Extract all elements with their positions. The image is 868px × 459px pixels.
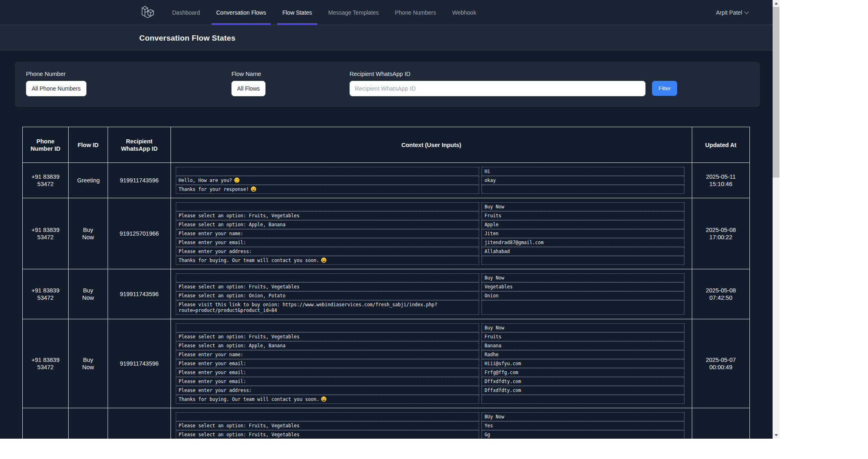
phone-number-id-cell [23,408,69,439]
page-title: Conversation Flow States [139,34,235,43]
recipient-whatsapp-id-cell [108,408,171,439]
bot-message-box: Please select an option: Apple, Banana [176,220,479,229]
grinning-face-icon [321,258,326,263]
recipient-whatsapp-id-input[interactable] [350,81,646,96]
grinning-face-icon [321,396,326,402]
filter-button[interactable]: Filter [652,81,677,96]
col-recipient-whatsapp-id: Recipient WhatsApp ID [108,127,171,163]
bot-message-box: Please enter your email: [176,377,479,386]
user-name: Arpit Patel [716,9,742,16]
flow-id-cell: Buy Now [69,198,108,269]
bot-message-box: Please enter your email: [176,359,479,368]
updated-at-cell: 2025-05-07 00:00:49 [692,319,750,408]
user-menu[interactable]: Arpit Patel [716,0,748,25]
user-input-box: Hi [482,167,684,176]
context-cell: Please select an option: Fruits, Vegetab… [171,269,692,319]
updated-at-cell [692,408,750,439]
context-cell: Please select an option: Fruits, Vegetab… [171,408,692,439]
phone-number-id-cell: +91 83839 53472 [23,163,69,198]
bot-message-box: Please enter your email: [176,368,479,377]
bot-messages-column: Please select an option: Fruits, Vegetab… [176,202,479,265]
bot-message-box: Hello, How are you? [176,176,479,185]
context-wrap: Please select an option: Fruits, Vegetab… [176,323,684,404]
nav-items: DashboardConversation FlowsFlow StatesMe… [167,0,481,25]
empty-message-box [176,202,479,211]
user-inputs-column: Buy NowFruitsBananaRadheHiii@sfyu.comFrf… [482,323,684,404]
user-inputs-column: Buy NowVegetablesOnion [482,273,684,315]
arrow-up-icon [775,2,778,4]
browser-viewport: DashboardConversation FlowsFlow StatesMe… [0,0,779,439]
table-row: +91 83839 53472Greeting919911743596Hello… [23,163,750,198]
user-input-box: Gg [482,430,684,439]
flow-name-filter-group: Flow Name All Flows [231,71,266,96]
context-wrap: Please select an option: Fruits, Vegetab… [176,202,684,265]
user-input-box: Yes [482,421,684,430]
bot-messages-column: Please select an option: Fruits, Vegetab… [176,412,479,439]
bot-messages-column: Please select an option: Fruits, Vegetab… [176,323,479,404]
flow-name-select[interactable]: All Flows [231,81,266,96]
col-updated-at: Updated At [692,127,750,163]
bot-message-box: Please enter your name: [176,229,479,238]
flow-states-tbody: +91 83839 53472Greeting919911743596Hello… [23,163,750,439]
table-row: +91 83839 53472Buy Now919911743596Please… [23,269,750,319]
table-row: Please select an option: Fruits, Vegetab… [23,408,750,439]
recipient-whatsapp-id-cell: 919911743596 [108,269,171,319]
nav-item-phone-numbers[interactable]: Phone Numbers [390,0,441,25]
flow-id-cell: Buy Now [69,269,108,319]
updated-at-cell: 2025-05-11 15:10:46 [692,163,750,198]
context-cell: Hello, How are you?Thanks for your respo… [171,163,692,198]
user-input-box: okay [482,176,684,185]
user-input-box: Buy Now [482,202,684,211]
context-cell: Please select an option: Fruits, Vegetab… [171,198,692,269]
table-row: +91 83839 53472Buy Now919911743596Please… [23,319,750,408]
user-input-box: Apple [482,220,684,229]
user-input-box: Radhe [482,350,684,359]
bot-message-box: Please enter your name: [176,350,479,359]
context-cell: Please select an option: Fruits, Vegetab… [171,319,692,408]
bot-message-box: Please select an option: Fruits, Vegetab… [176,421,479,430]
bot-message-box: Please select an option: Onion, Potato [176,291,479,300]
user-input-box: Frfg@ffg.com [482,368,684,377]
empty-message-box [176,167,479,176]
filter-card: Phone Number All Phone Numbers Flow Name… [15,62,760,107]
arrow-down-icon [775,434,778,436]
nav-item-webhook[interactable]: Webhook [447,0,481,25]
user-input-box: Dffxdfdty.com [482,377,684,386]
recipient-whatsapp-id-cell: 919125701966 [108,198,171,269]
nav-item-flow-states[interactable]: Flow States [277,0,317,25]
flow-states-table-wrap: Phone Number ID Flow ID Recipient WhatsA… [22,127,773,439]
bot-message-box: Please enter your email: [176,238,479,247]
user-input-box: Dffxdfdty.com [482,386,684,395]
user-input-box: jitendrad87@gmail.com [482,238,684,247]
nav-item-message-templates[interactable]: Message Templates [324,0,384,25]
page-content: DashboardConversation FlowsFlow StatesMe… [0,0,773,439]
user-input-box: Vegetables [482,282,684,291]
bot-messages-column: Please select an option: Fruits, Vegetab… [176,273,479,315]
scrollbar-thumb[interactable] [773,7,779,178]
col-phone-number-id: Phone Number ID [23,127,69,163]
flow-states-table: Phone Number ID Flow ID Recipient WhatsA… [22,127,750,439]
empty-message-box [176,323,479,332]
vertical-scrollbar[interactable] [773,0,779,439]
scroll-down-button[interactable] [773,432,779,439]
user-input-box: Onion [482,291,684,300]
nav-item-conversation-flows[interactable]: Conversation Flows [212,0,271,25]
col-flow-id: Flow ID [69,127,108,163]
flow-name-filter-label: Flow Name [231,71,266,77]
updated-at-cell: 2025-05-08 07:42:50 [692,269,750,319]
bot-messages-column: Hello, How are you?Thanks for your respo… [176,167,479,194]
phone-number-select[interactable]: All Phone Numbers [26,81,86,96]
bot-message-box: Thanks for buying. Our team will contact… [176,256,479,265]
context-wrap: Please select an option: Fruits, Vegetab… [176,273,684,315]
laravel-logo-icon[interactable] [141,6,154,19]
table-header-row: Phone Number ID Flow ID Recipient WhatsA… [23,127,750,163]
nav-item-dashboard[interactable]: Dashboard [167,0,205,25]
scroll-up-button[interactable] [773,0,779,7]
flow-id-cell [69,408,108,439]
bot-message-box: Thanks for buying. Our team will contact… [176,395,479,404]
phone-number-filter-group: Phone Number All Phone Numbers [26,71,86,96]
bot-message-box: Please enter your address: [176,247,479,256]
phone-number-filter-label: Phone Number [26,71,86,77]
context-wrap: Please select an option: Fruits, Vegetab… [176,412,684,439]
user-inputs-column: Buy NowFruitsAppleJitenjitendrad87@gmail… [482,202,684,265]
